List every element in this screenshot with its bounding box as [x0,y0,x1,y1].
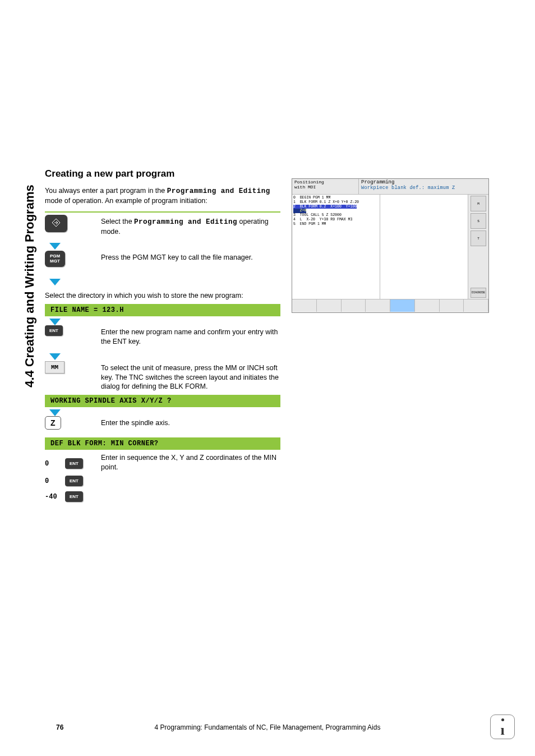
ss-softkey-7[interactable] [440,299,464,312]
ss-code-top: 0 BEGIN PGM 1 MM 1 BLK FORM 0.1 Z X+0 Y+… [293,196,379,205]
ss-softkey-8[interactable] [464,299,488,312]
step-3: ENT Enter the new program name and confi… [45,325,280,360]
step-3-desc: Enter the new program name and confirm y… [101,325,280,347]
ent-key[interactable]: ENT [65,458,83,469]
page-heading: Creating a new part program [45,168,280,179]
pgm-mgt-key[interactable]: PGM MGT [45,251,65,268]
ss-softkey-6[interactable] [415,299,440,312]
flow-arrow [45,353,280,360]
min-row-x: 0 ENT Enter in sequence the X, Y and Z c… [45,453,280,472]
ss-softkey-1[interactable] [292,299,317,312]
flow-arrow [45,243,280,250]
ss-code-bot: 3 TOOL CALL 5 Z S2000 4 L X-20 Y+30 R0 F… [293,213,379,226]
min-y-value: 0 [45,477,49,485]
prompt-min-corner: DEF BLK FORM: MIN CORNER? [45,437,280,450]
step-4: MM To select the unit of measure, press … [45,361,280,392]
flow-arrow [45,319,280,325]
step-5-desc: Enter the spindle axis. [101,416,280,428]
ss-sk-s[interactable]: S [471,213,486,229]
flow-arrow [45,279,280,285]
step-1: Select the Programming and Editing opera… [45,211,280,250]
step-2: PGM MGT Press the PGM MGT key to call th… [45,251,280,285]
intro-text: You always enter a part program in the P… [45,186,280,206]
step-6-desc: Enter in sequence the X, Y and Z coordin… [101,453,280,472]
ss-softkey-4[interactable] [366,299,390,312]
prompt-axis: WORKING SPINDLE AXIS X/Y/Z ? [45,395,280,407]
ss-graphics-panel [380,195,468,299]
min-x-value: 0 [45,460,49,468]
flow-arrow [45,409,280,416]
ss-mode-left: Positioning with MDI [292,179,359,195]
info-icon: ı [490,714,515,739]
ent-key[interactable]: ENT [45,325,63,336]
arrow-down-icon [49,243,61,250]
arrow-down-icon [49,319,61,325]
ss-softkey-3[interactable] [342,299,366,312]
min-z-value: -40 [45,493,57,501]
step-1-desc: Select the Programming and Editing opera… [101,215,280,237]
ss-diagnose[interactable]: DIAGNOSE [471,288,486,298]
ss-header-right: Programming Workpiece blank def.: maximu… [359,179,488,195]
ss-code-panel: 0 BEGIN PGM 1 MM 1 BLK FORM 0.1 Z X+0 Y+… [292,195,380,299]
intro-post: mode of operation. An example of program… [45,197,207,205]
step-5: Z Enter the spindle axis. [45,416,280,436]
ss-side-softkeys: M S T DIAGNOSE [468,195,488,299]
arrow-down-icon [49,353,61,360]
chapter-title: 4 Programming: Fundamentals of NC, File … [155,723,381,731]
ss-softkey-5[interactable] [390,299,415,312]
section-tab-text: 4.4 Creating and Writing Programs [22,185,37,387]
ss-bottom-softkeys [292,299,488,312]
intro-pre: You always enter a part program in the [45,187,167,195]
section-tab: 4.4 Creating and Writing Programs [21,157,38,415]
step-2-desc: Press the PGM MGT key to call the file m… [101,251,280,262]
select-dir-text: Select the directory in which you wish t… [45,291,280,301]
ent-key[interactable]: ENT [65,476,83,486]
ss-subtitle: Workpiece blank def.: maximum Z [361,185,486,191]
step1-mono: Programming and Editing [134,218,237,226]
arrow-down-icon [49,409,61,416]
diamond-arrow-icon [52,218,61,227]
arrow-down-icon [49,279,61,285]
ss-softkey-2[interactable] [317,299,342,312]
ss-sk-m[interactable]: M [471,196,486,211]
separator [45,211,280,213]
ss-sk-t[interactable]: T [471,231,486,246]
intro-mono: Programming and Editing [167,187,270,195]
ss-mode-right: Programming [361,179,486,185]
programming-mode-key[interactable] [45,215,67,232]
main-content: Creating a new part program You always e… [45,168,280,504]
page-number: 76 [56,723,63,731]
ent-key[interactable]: ENT [65,491,83,502]
min-row-y: 0 ENT [45,472,280,488]
prompt-filename: FILE NAME = 123.H [45,304,280,316]
tn-screenshot: Positioning with MDI Programming Workpie… [292,178,489,313]
mm-softkey[interactable]: MM [45,361,64,374]
z-key[interactable]: Z [45,416,61,430]
ss-code-hl2: Z+0 [293,209,306,213]
page-footer: 76 4 Programming: Fundamentals of NC, Fi… [0,723,535,731]
ss-code-hl1: 2 BLK FORM 0.2 X+100 Y+100 [293,205,357,209]
step1-pre: Select the [101,218,134,225]
step-6: 0 ENT Enter in sequence the X, Y and Z c… [45,453,280,504]
step-4-desc: To select the unit of measure, press the… [101,361,280,392]
min-row-z: -40 ENT [45,488,280,504]
